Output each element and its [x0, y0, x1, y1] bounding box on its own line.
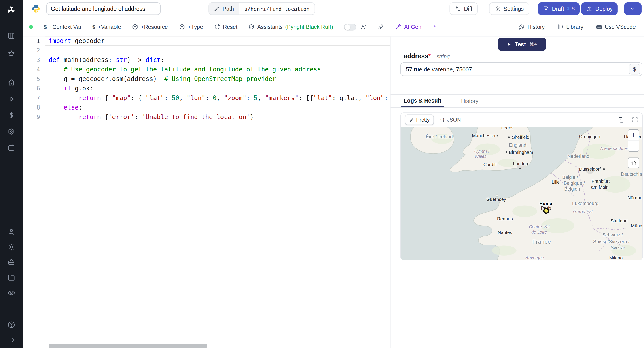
format-brush-button[interactable]: [378, 24, 384, 30]
map-label: Rennes: [497, 216, 513, 221]
zoom-in-button[interactable]: +: [628, 130, 639, 141]
code-line: g = geocoder.osm(address) # Using OpenSt…: [49, 74, 390, 84]
multiplayer-toggle[interactable]: [344, 23, 356, 30]
chevron-down-icon: [630, 6, 636, 12]
map-label: Belgien: [564, 187, 580, 192]
help-icon[interactable]: [6, 319, 16, 329]
app-window: Path u/henri/find_location Diff Settings…: [0, 0, 644, 348]
copy-result-button[interactable]: [618, 116, 624, 123]
map-label: Birmingham: [509, 150, 533, 154]
code-line: return { "map": { "lat": 50, "lon": 0, "…: [49, 93, 390, 103]
address-input[interactable]: [400, 63, 642, 76]
gutter: 123456789: [23, 36, 44, 122]
test-button[interactable]: Test ⌘↵: [498, 38, 546, 51]
reset-button[interactable]: Reset: [214, 24, 238, 30]
map-city-dot: [519, 167, 521, 169]
home-icon[interactable]: [6, 77, 16, 87]
map-label: Schweiz /: [602, 232, 623, 237]
result-panel: Pretty {} JSON: [400, 112, 643, 260]
settings-gear-icon[interactable]: [6, 242, 16, 252]
package-icon: [179, 24, 185, 30]
code-line: return {'error': 'Unable to find the loc…: [49, 112, 390, 122]
horizontal-scrollbar[interactable]: [49, 343, 207, 347]
add-resource-button[interactable]: +Resource: [132, 24, 168, 30]
pencil-icon: [214, 6, 220, 12]
draft-button[interactable]: Draft ⌘S: [538, 3, 580, 15]
library-bars-icon: [557, 24, 564, 30]
settings-button[interactable]: Settings: [489, 3, 529, 15]
save-icon: [543, 6, 549, 12]
script-title-input[interactable]: [46, 3, 160, 15]
sparkles-icon: [433, 24, 438, 29]
map-home-icon: [630, 160, 636, 166]
path-selector[interactable]: Path u/henri/find_location: [208, 3, 315, 15]
code-line: import geocoder: [49, 36, 390, 46]
dollar-icon: $: [92, 24, 95, 30]
assistants-button[interactable]: Assistants (Pyright Black Ruff): [248, 24, 333, 30]
diff-button[interactable]: Diff: [450, 3, 478, 15]
maximize-icon: [632, 116, 638, 123]
variables-dollar-icon[interactable]: [6, 110, 16, 120]
folders-icon[interactable]: [6, 273, 16, 282]
runs-play-icon[interactable]: [6, 94, 16, 104]
argument-input-wrap: $: [400, 63, 642, 76]
tab-logs-result[interactable]: Logs & Result: [401, 95, 444, 107]
refresh-icon: [248, 24, 255, 30]
line-number: 9: [23, 112, 44, 122]
result-map[interactable]: LeedsÉire / IrelandManchesterSheffieldGr…: [401, 126, 642, 260]
result-tabs: Logs & Result History: [390, 95, 644, 108]
history-clock-icon: [518, 24, 525, 30]
deploy-button[interactable]: Deploy: [581, 3, 618, 15]
history-button[interactable]: History: [518, 24, 545, 30]
map-recenter-button[interactable]: [628, 157, 639, 168]
line-number: 2: [23, 46, 44, 55]
apps-grid-icon[interactable]: [6, 31, 16, 41]
add-variable-button[interactable]: $ +Variable: [92, 24, 121, 30]
ai-sparkles-button[interactable]: [432, 24, 439, 30]
map-label: München: [631, 223, 642, 228]
audit-logs-eye-icon[interactable]: [6, 288, 16, 298]
users-icon[interactable]: [6, 227, 16, 237]
pretty-view-button[interactable]: Pretty: [405, 114, 434, 125]
insert-variable-button[interactable]: $: [629, 64, 640, 74]
status-dot: [29, 25, 33, 29]
map-label: Groningen: [579, 134, 600, 139]
map-label: Belgique /: [564, 181, 585, 186]
editor-toolbar: $ +Context Var $ +Variable +Resource +Ty…: [23, 18, 644, 37]
expand-sidebar-arrow-icon[interactable]: [6, 335, 16, 345]
pen-icon: [409, 117, 414, 122]
map-label: Luxembourg: [572, 201, 598, 206]
expand-result-button[interactable]: [632, 116, 638, 123]
map-label: Éire / Ireland: [426, 134, 452, 139]
deploy-dropdown-button[interactable]: [624, 3, 642, 15]
add-context-var-button[interactable]: $ +Context Var: [44, 24, 82, 30]
resources-hexagon-icon[interactable]: [6, 126, 16, 136]
line-number: 3: [23, 55, 44, 65]
windmill-logo[interactable]: [6, 5, 16, 15]
map-label: Manchester: [472, 133, 496, 138]
schedules-calendar-icon[interactable]: [6, 143, 16, 152]
brush-icon: [378, 24, 384, 30]
use-vscode-button[interactable]: Use VScode: [596, 24, 636, 30]
code-line: else:: [49, 103, 390, 112]
map-label: Svizra: [611, 245, 624, 250]
map-label: Düsseldorf: [579, 166, 601, 171]
tab-history[interactable]: History: [459, 95, 481, 107]
favorites-star-icon[interactable]: [6, 48, 16, 58]
map-label: Wales: [474, 154, 486, 159]
code-editor[interactable]: 123456789 import geocoderdef main(addres…: [23, 36, 390, 348]
library-button[interactable]: Library: [557, 24, 584, 30]
required-asterisk: *: [428, 52, 431, 60]
pane-splitter[interactable]: [390, 36, 391, 348]
zoom-out-button[interactable]: −: [628, 141, 639, 151]
json-view-button[interactable]: {} JSON: [436, 114, 464, 125]
map-label: Nederland: [567, 154, 589, 159]
gear-icon: [495, 6, 501, 12]
ai-gen-button[interactable]: AI Gen: [395, 24, 421, 30]
workers-briefcase-icon[interactable]: [6, 257, 16, 267]
home-location-marker[interactable]: [544, 208, 549, 214]
map-label: Sheffield: [512, 135, 530, 140]
map-label: Centre-Val: [529, 224, 550, 229]
path-label: Path: [209, 3, 239, 15]
add-type-button[interactable]: +Type: [179, 24, 203, 30]
